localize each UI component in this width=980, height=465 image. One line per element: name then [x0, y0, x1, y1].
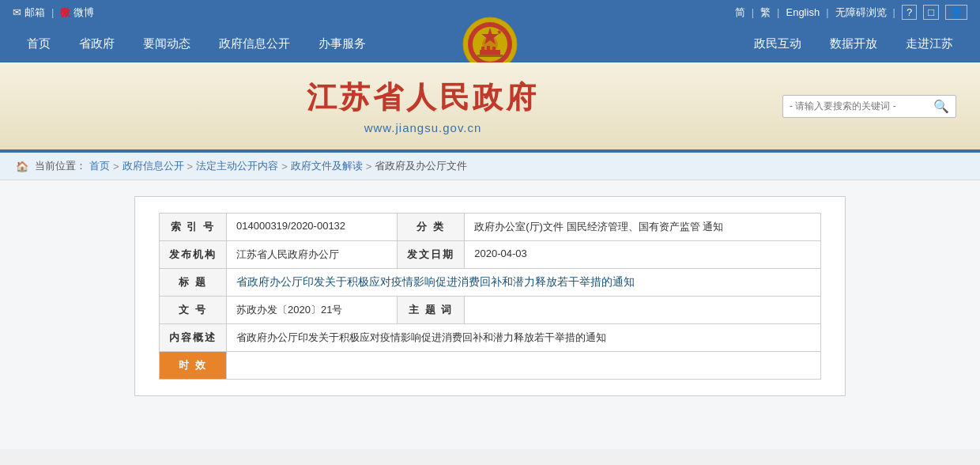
- user-icon[interactable]: 👤: [945, 5, 967, 20]
- english-link[interactable]: English: [786, 6, 820, 18]
- label-validity: 时 效: [160, 352, 227, 380]
- label-index: 索 引 号: [160, 214, 227, 241]
- breadcrumb-item-2[interactable]: 法定主动公开内容: [196, 159, 278, 173]
- search-input[interactable]: [790, 100, 933, 112]
- table-row: 发布机构 江苏省人民政府办公厅 发文日期 2020-04-03: [160, 241, 821, 269]
- traditional-chinese-link[interactable]: 繁: [760, 6, 771, 20]
- value-category: 政府办公室(厅)文件 国民经济管理、国有资产监管 通知: [465, 214, 821, 241]
- document-table: 索 引 号 014000319/2020-00132 分 类 政府办公室(厅)文…: [159, 213, 821, 380]
- search-button[interactable]: 🔍: [933, 99, 949, 114]
- nav-item-info[interactable]: 政府信息公开: [205, 25, 304, 62]
- label-date: 发文日期: [398, 241, 465, 269]
- breadcrumb-item-3[interactable]: 政府文件及解读: [291, 159, 363, 173]
- accessible-link[interactable]: 无障碍浏览: [835, 6, 887, 20]
- nav-item-interaction[interactable]: 政民互动: [740, 25, 816, 62]
- label-title: 标 题: [160, 269, 227, 297]
- value-title: 省政府办公厅印发关于积极应对疫情影响促进消费回补和潜力释放若干举措的通知: [227, 269, 821, 297]
- mail-link[interactable]: ✉ 邮箱: [13, 6, 45, 20]
- table-row: 索 引 号 014000319/2020-00132 分 类 政府办公室(厅)文…: [160, 214, 821, 241]
- breadcrumb-item-0[interactable]: 首页: [89, 159, 110, 173]
- nav-item-service[interactable]: 办事服务: [304, 25, 380, 62]
- svg-rect-10: [492, 47, 496, 51]
- top-bar-right: 简 | 繁 | English | 无障碍浏览 | ? □ 👤: [735, 5, 967, 20]
- home-icon: 🏠: [16, 161, 28, 172]
- nav-item-home[interactable]: 首页: [13, 25, 65, 62]
- mobile-icon[interactable]: □: [923, 5, 939, 20]
- nav-item-province[interactable]: 省政府: [65, 25, 129, 62]
- top-bar-left: ✉ 邮箱 | 微 微博: [13, 6, 94, 20]
- value-keywords: [465, 297, 821, 324]
- svg-rect-8: [481, 47, 484, 51]
- divider: |: [51, 6, 54, 18]
- mail-label: 邮箱: [24, 6, 45, 20]
- breadcrumb: 🏠 当前位置： 首页 > 政府信息公开 > 法定主动公开内容 > 政府文件及解读…: [0, 153, 980, 180]
- help-icon[interactable]: ?: [902, 5, 917, 20]
- header-title-area: 江苏省人民政府 www.jiangsu.gov.cn: [0, 78, 782, 134]
- value-validity: [227, 352, 821, 380]
- document-title-link[interactable]: 省政府办公厅印发关于积极应对疫情影响促进消费回补和潜力释放若干举措的通知: [236, 275, 635, 288]
- table-row: 内容概述 省政府办公厅印发关于积极应对疫情影响促进消费回补和潜力释放若干举措的通…: [160, 324, 821, 352]
- site-title: 江苏省人民政府: [63, 78, 782, 118]
- nav-item-data[interactable]: 数据开放: [816, 25, 891, 62]
- value-index: 014000319/2020-00132: [227, 214, 398, 241]
- table-row: 标 题 省政府办公厅印发关于积极应对疫情影响促进消费回补和潜力释放若干举措的通知: [160, 269, 821, 297]
- site-url: www.jiangsu.gov.cn: [63, 121, 782, 134]
- simplified-chinese-link[interactable]: 简: [735, 6, 745, 20]
- label-category: 分 类: [398, 214, 465, 241]
- value-doc-number: 苏政办发〔2020〕21号: [227, 297, 398, 324]
- breadcrumb-item-1[interactable]: 政府信息公开: [122, 159, 184, 173]
- header-banner: 江苏省人民政府 www.jiangsu.gov.cn 🔍: [0, 62, 980, 149]
- table-row: 文 号 苏政办发〔2020〕21号 主 题 词: [160, 297, 821, 324]
- table-row: 时 效: [160, 352, 821, 380]
- breadcrumb-prefix: 当前位置：: [35, 159, 86, 173]
- weibo-link[interactable]: 微 微博: [60, 6, 94, 20]
- nav-item-news[interactable]: 要闻动态: [129, 25, 205, 62]
- value-date: 2020-04-03: [465, 241, 821, 269]
- value-publisher: 江苏省人民政府办公厅: [227, 241, 398, 269]
- search-box: 🔍: [782, 95, 956, 118]
- label-summary: 内容概述: [160, 324, 227, 352]
- svg-rect-7: [477, 55, 503, 57]
- breadcrumb-item-4: 省政府及办公厅文件: [375, 159, 467, 173]
- content-area: 索 引 号 014000319/2020-00132 分 类 政府办公室(厅)文…: [0, 180, 980, 449]
- weibo-label: 微博: [74, 6, 94, 20]
- nav-bar: 首页 省政府 要闻动态 政府信息公开 办事服务 政民互动 数据开放 走进江苏: [0, 25, 980, 62]
- mail-icon: ✉: [13, 6, 21, 18]
- label-doc-number: 文 号: [160, 297, 227, 324]
- label-publisher: 发布机构: [160, 241, 227, 269]
- label-keywords: 主 题 词: [398, 297, 465, 324]
- value-summary: 省政府办公厅印发关于积极应对疫情影响促进消费回补和潜力释放若干举措的通知: [227, 324, 821, 352]
- weibo-icon: 微: [60, 6, 70, 20]
- nav-item-jiangsu[interactable]: 走进江苏: [891, 25, 967, 62]
- document-wrapper: 索 引 号 014000319/2020-00132 分 类 政府办公室(厅)文…: [134, 196, 846, 396]
- svg-rect-9: [487, 46, 490, 51]
